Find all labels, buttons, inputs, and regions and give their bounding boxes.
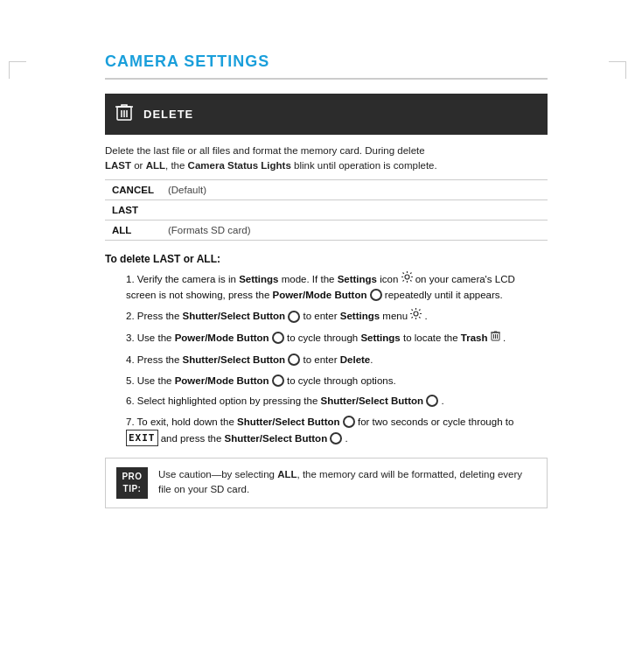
delete-block: DELETE [105, 94, 548, 135]
step-number: 5. [126, 375, 137, 386]
delete-trash-icon [115, 102, 133, 126]
option-value: (Formats SD card) [161, 220, 548, 240]
pro-tip-prefix: Use caution—by selecting [158, 469, 277, 480]
pro-tip-block: PRO TIP: Use caution—by selecting ALL, t… [105, 458, 548, 508]
desc-all: ALL [146, 160, 165, 171]
corner-tr [609, 61, 626, 79]
pro-tip-text: Use caution—by selecting ALL, the memory… [158, 467, 536, 498]
exit-icon: EXIT [126, 430, 158, 446]
power-icon [272, 374, 284, 387]
desc-csl: Camera Status Lights [188, 160, 291, 171]
step-item: 3. Use the Power/Mode Button to cycle th… [122, 331, 548, 347]
page: CAMERA SETTINGS DELETE Delete the last f… [0, 52, 635, 672]
step-item: 1. Verify the camera is in Settings mode… [122, 272, 548, 304]
delete-label: DELETE [143, 108, 193, 121]
circle-icon [343, 416, 355, 428]
desc-the: , the [165, 160, 188, 171]
circle-icon [426, 395, 438, 407]
option-key: ALL [105, 220, 161, 240]
settings-icon [410, 308, 422, 325]
circle-icon [288, 354, 300, 366]
desc-last: LAST [105, 160, 131, 171]
pro-tip-label: PRO TIP: [116, 467, 148, 499]
instructions-heading: To delete LAST or ALL: [105, 253, 548, 265]
power-icon [370, 289, 382, 301]
desc-or: or [131, 160, 146, 171]
svg-point-4 [405, 275, 409, 279]
step-number: 2. [126, 312, 137, 322]
circle-icon [288, 311, 300, 323]
step-item: 2. Press the Shutter/Select Button to en… [122, 309, 548, 326]
option-value [161, 200, 548, 220]
option-value: (Default) [161, 179, 548, 200]
step-item: 5. Use the Power/Mode Button to cycle th… [122, 374, 548, 389]
power-icon [272, 332, 284, 344]
circle-icon [330, 432, 342, 444]
step-number: 7. [126, 416, 137, 427]
trash-icon [491, 330, 500, 346]
step-item: 4. Press the Shutter/Select Button to en… [122, 353, 548, 368]
desc-line1: Delete the last file or all files and fo… [105, 145, 425, 156]
corner-tl [9, 61, 26, 79]
steps-list: 1. Verify the camera is in Settings mode… [105, 272, 548, 448]
options-table: CANCEL(Default)LASTALL(Formats SD card) [105, 179, 548, 241]
step-item: 6. Select highlighted option by pressing… [122, 394, 548, 410]
pro-tip-bold: ALL [277, 469, 297, 480]
option-key: LAST [105, 200, 161, 220]
settings-icon [401, 271, 413, 288]
step-number: 1. [126, 274, 137, 284]
step-number: 4. [126, 354, 137, 365]
svg-point-5 [414, 312, 418, 316]
section-title: CAMERA SETTINGS [105, 52, 548, 80]
description: Delete the last file or all files and fo… [105, 144, 548, 174]
option-key: CANCEL [105, 179, 161, 200]
step-number: 3. [126, 332, 137, 343]
step-number: 6. [126, 396, 137, 406]
step-item: 7. To exit, hold down the Shutter/Select… [122, 415, 548, 447]
desc-end: blink until operation is complete. [291, 160, 437, 171]
